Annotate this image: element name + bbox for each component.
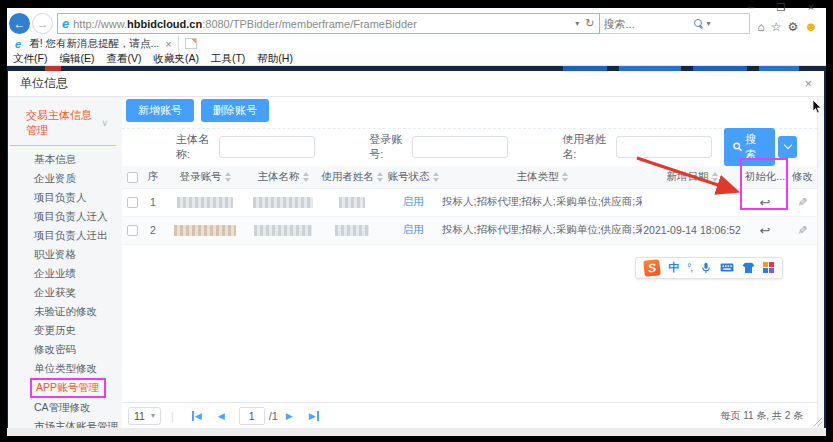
sidebar: 交易主体信息管理 ∨ 基本信息 企业资质 项目负责人 项目负责人迁入 项目负责人…: [8, 97, 122, 428]
sidebar-item-unverified-changes[interactable]: 未验证的修改: [8, 302, 122, 321]
home-icon[interactable]: ⌂: [758, 20, 765, 34]
ime-punctuation-icon[interactable]: °,: [687, 262, 692, 273]
sidebar-item-unit-type-change[interactable]: 单位类型修改: [8, 359, 122, 378]
header-create-date[interactable]: 新增日期: [642, 166, 742, 188]
sidebar-item-change-history[interactable]: 变更历史: [8, 321, 122, 340]
keyboard-icon[interactable]: [720, 262, 734, 273]
feedback-smiley-icon[interactable]: ☻: [804, 19, 818, 34]
header-initialize: 初始化...: [742, 166, 788, 188]
ime-toolbox-icon[interactable]: [763, 262, 774, 273]
last-page-button[interactable]: ▶: [309, 411, 319, 421]
search-button[interactable]: 搜索: [724, 128, 775, 166]
page-size-select[interactable]: 11 ▾: [128, 407, 161, 425]
edit-pencil-icon[interactable]: ✎: [796, 197, 810, 207]
sort-icon[interactable]: [377, 172, 383, 182]
initialize-undo-icon[interactable]: ↩: [760, 195, 771, 210]
row-checkbox[interactable]: [127, 225, 138, 236]
sidebar-item-basic-info[interactable]: 基本信息: [8, 150, 122, 169]
cell-seq: 2: [142, 216, 164, 244]
header-user-name[interactable]: 使用者姓名: [320, 166, 384, 188]
subject-name-input[interactable]: [219, 136, 315, 158]
sidebar-item-occupation[interactable]: 职业资格: [8, 245, 122, 264]
subject-name-label: 主体名称:: [176, 132, 215, 162]
sidebar-item-ca-management[interactable]: CA管理修改: [8, 398, 122, 417]
redacted-user-name: [339, 197, 365, 208]
sidebar-item-pm-move-out[interactable]: 项目负责人迁出: [8, 226, 122, 245]
sort-icon[interactable]: [562, 172, 568, 182]
browser-titlebar: ← → e http://www.hbbidcloud.cn:8080/TPBi…: [7, 8, 826, 36]
ime-chinese-mode-icon[interactable]: 中: [668, 260, 679, 275]
login-account-input[interactable]: [412, 136, 508, 158]
search-dropdown-icon[interactable]: ▾: [707, 19, 711, 28]
header-login-account[interactable]: 登录账号: [164, 166, 246, 188]
sort-icon[interactable]: [433, 172, 439, 182]
edit-pencil-icon[interactable]: ✎: [796, 225, 810, 235]
address-bar[interactable]: e http://www.hbbidcloud.cn:8080/TPBidder…: [57, 13, 600, 34]
sogou-logo-icon[interactable]: S: [643, 259, 661, 277]
header-edit: 修改: [788, 166, 817, 188]
sidebar-item-project-manager[interactable]: 项目负责人: [8, 188, 122, 207]
add-account-button[interactable]: 新增账号: [126, 99, 194, 122]
sogou-ime-toolbar: S 中 °,: [635, 257, 783, 279]
sidebar-item-qualification[interactable]: 企业资质: [8, 169, 122, 188]
sidebar-item-market-subject-account[interactable]: 市场主体账号管理: [8, 417, 122, 428]
sidebar-item-awards[interactable]: 企业获奖: [8, 283, 122, 302]
row-checkbox[interactable]: [127, 197, 138, 208]
menu-favorites[interactable]: 收藏夹(A): [153, 52, 199, 66]
divider: |: [171, 410, 174, 422]
header-subject-name[interactable]: 主体名称: [246, 166, 320, 188]
new-tab-button[interactable]: [185, 38, 197, 49]
forward-button[interactable]: →: [32, 13, 53, 34]
header-account-status[interactable]: 账号状态: [384, 166, 442, 188]
cell-seq: 1: [142, 188, 164, 216]
sort-icon[interactable]: [712, 172, 718, 182]
delete-account-button[interactable]: 删除账号: [201, 99, 269, 122]
refresh-icon[interactable]: ↻: [585, 17, 594, 30]
search-dropdown-button[interactable]: [778, 136, 797, 158]
sidebar-item-performance[interactable]: 企业业绩: [8, 264, 122, 283]
header-subject-type[interactable]: 主体类型: [442, 166, 642, 188]
menu-tools[interactable]: 工具(T): [211, 52, 245, 66]
vertical-scrollbar[interactable]: [817, 97, 824, 428]
page-number-input[interactable]: [239, 407, 265, 425]
search-icon[interactable]: [694, 19, 703, 28]
minimize-button[interactable]: ─: [744, 2, 758, 13]
back-button[interactable]: ←: [9, 13, 30, 34]
sort-icon[interactable]: [225, 172, 231, 182]
menu-file[interactable]: 文件(F): [13, 52, 47, 66]
maximize-button[interactable]: ❐: [774, 2, 788, 13]
menu-edit[interactable]: 编辑(E): [59, 52, 94, 66]
sidebar-item-change-password[interactable]: 修改密码: [8, 340, 122, 359]
prev-page-button[interactable]: ◀: [218, 411, 225, 421]
initialize-undo-icon[interactable]: ↩: [760, 223, 771, 238]
table-header-row: 序 登录账号 主体名称 使用者姓名 账号状态 主体类型 新增日期 初始化... …: [122, 166, 817, 188]
tab-close-icon[interactable]: ×: [165, 38, 171, 50]
tab-favicon: e: [15, 38, 21, 50]
sidebar-group-label: 交易主体信息管理: [26, 108, 101, 138]
next-page-button[interactable]: ▶: [286, 411, 293, 421]
select-all-checkbox[interactable]: [127, 172, 138, 183]
browser-tab[interactable]: e 看! 您有新消息提醒，请点... ×: [9, 36, 179, 52]
user-name-label: 使用者姓名:: [562, 132, 612, 162]
url-prefix: http://www.: [73, 18, 127, 30]
first-page-button[interactable]: ◀: [192, 411, 202, 421]
browser-search-box[interactable]: ▾: [600, 13, 750, 34]
user-name-input[interactable]: [616, 136, 712, 158]
settings-gear-icon[interactable]: ⚙: [788, 20, 799, 34]
table-row: 2 启用 投标人;招标代理;招标人;采购单位;供应商;采购代理 2021-09-…: [122, 216, 817, 244]
sidebar-group-trade-subject[interactable]: 交易主体信息管理 ∨: [10, 101, 116, 146]
menu-help[interactable]: 帮助(H): [257, 52, 293, 66]
browser-search-input[interactable]: [604, 18, 694, 30]
microphone-icon[interactable]: [700, 262, 712, 274]
skin-shirt-icon[interactable]: [742, 262, 755, 274]
tab-bar: e 看! 您有新消息提醒，请点... ×: [7, 36, 826, 52]
sidebar-item-pm-move-in[interactable]: 项目负责人迁入: [8, 207, 122, 226]
close-window-button[interactable]: ×: [804, 2, 818, 13]
favorites-star-icon[interactable]: ☆: [771, 20, 782, 34]
chevron-down-icon: ∨: [101, 118, 108, 128]
menu-view[interactable]: 查看(V): [106, 52, 141, 66]
sort-icon[interactable]: [303, 172, 309, 182]
address-dropdown-icon[interactable]: ▾: [575, 19, 579, 28]
sidebar-item-app-account-management[interactable]: APP账号管理: [30, 378, 106, 398]
dialog-close-icon[interactable]: ×: [804, 76, 812, 91]
